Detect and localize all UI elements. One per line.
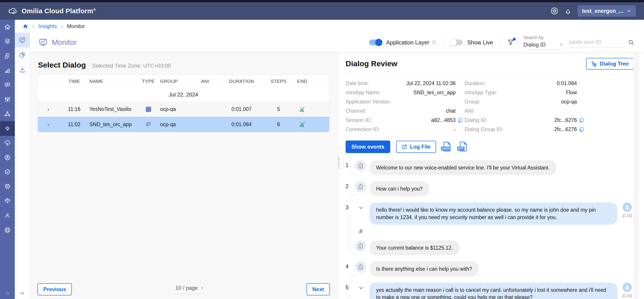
collapse-step-chevron[interactable] bbox=[355, 202, 367, 224]
sidebar-item-quality[interactable] bbox=[0, 165, 15, 179]
next-page-button[interactable]: Next bbox=[306, 283, 330, 296]
header-controls: Application Layer Show Live Search by Di… bbox=[369, 35, 634, 50]
notifications-bell-icon[interactable] bbox=[564, 8, 572, 15]
pagination: Previous 10 / page ▾ Next bbox=[38, 283, 330, 296]
detail-value: SND_tes_orc_app bbox=[402, 90, 456, 96]
cell-time: 11:02 bbox=[59, 122, 89, 128]
bot-robot-icon[interactable] bbox=[355, 160, 366, 172]
user-avatar-icon bbox=[622, 282, 632, 292]
step-number: 1 bbox=[346, 160, 352, 175]
copy-icon[interactable] bbox=[577, 126, 586, 132]
sidebar-collapse-toggle[interactable]: » bbox=[0, 286, 15, 299]
copy-icon[interactable] bbox=[577, 118, 586, 123]
transcript-step: 4 Is there anything else i can help you … bbox=[346, 262, 619, 276]
sidebar-item-support[interactable] bbox=[0, 223, 15, 237]
filter-button[interactable] bbox=[507, 38, 514, 46]
detail-label: Duration: bbox=[464, 80, 522, 86]
settings-gear-icon[interactable] bbox=[550, 7, 558, 15]
col-end: END bbox=[292, 78, 313, 84]
user-message-meta: 11:02 bbox=[618, 282, 632, 298]
json-label: JSON bbox=[441, 146, 451, 150]
tenant-menu-button[interactable]: test_energon_... bbox=[578, 6, 636, 16]
log-file-button[interactable]: Log File bbox=[396, 141, 436, 153]
sidebar-item-measure[interactable] bbox=[0, 63, 15, 78]
step-number: 2 bbox=[346, 182, 352, 196]
bot-message-bubble: How can i help you? bbox=[370, 182, 429, 196]
expand-row-chevron[interactable]: › bbox=[38, 121, 59, 128]
sidebar-item-user[interactable] bbox=[0, 208, 15, 223]
sidebar-item-compliance[interactable] bbox=[0, 194, 15, 208]
sidebar-item-insights[interactable] bbox=[0, 121, 15, 136]
sidebar-item-integrations[interactable] bbox=[0, 179, 15, 194]
select-dialog-title: Select Dialog bbox=[38, 60, 86, 69]
dialog-tree-button[interactable]: Dialog Tree bbox=[586, 58, 634, 70]
cell-duration: 0:01.084 bbox=[217, 122, 266, 128]
detail-value: - bbox=[402, 126, 456, 132]
sidebar-item-conversations[interactable] bbox=[0, 78, 15, 92]
caret-down-icon: ▾ bbox=[202, 286, 203, 290]
panel-splitter[interactable] bbox=[338, 52, 340, 299]
export-json-button[interactable]: JSON bbox=[442, 141, 452, 152]
breadcrumb-link-insights[interactable]: Insights bbox=[38, 23, 57, 30]
previous-page-button[interactable]: Previous bbox=[38, 283, 72, 296]
double-chevron-icon: » bbox=[6, 289, 10, 296]
bot-robot-icon[interactable] bbox=[355, 182, 366, 192]
detail-label: Session ID: bbox=[346, 117, 402, 123]
table-row[interactable]: › 11:16 YesNoTest_Vasilis ocp-qa 0:01.00… bbox=[38, 102, 329, 117]
rail-collapse-toggle[interactable]: » bbox=[15, 286, 30, 299]
bot-robot-icon[interactable] bbox=[355, 240, 366, 252]
show-live-toggle[interactable] bbox=[450, 40, 463, 45]
show-events-button[interactable]: Show events bbox=[346, 140, 390, 153]
sidebar-item-cloud[interactable] bbox=[0, 136, 15, 150]
sidebar-item-network[interactable] bbox=[0, 107, 15, 122]
detail-value: 2fc...6276 bbox=[522, 126, 577, 132]
brand: Omilia Cloud Platform® bbox=[8, 7, 96, 15]
gear-user-icon bbox=[4, 154, 11, 161]
dialog-review-title: Dialog Review bbox=[346, 59, 398, 68]
collapse-step-chevron[interactable] bbox=[355, 282, 367, 299]
copy-icon[interactable] bbox=[456, 118, 464, 123]
dialog-table-header: TIME NAME TYPE GROUP ANI DURATION STEPS … bbox=[38, 75, 329, 88]
search-icon[interactable] bbox=[628, 39, 634, 46]
bot-robot-icon[interactable] bbox=[355, 262, 366, 273]
block-icon bbox=[4, 52, 11, 59]
rail-item-reports[interactable] bbox=[15, 48, 30, 62]
timezone-note: Selected Time Zone: UTC+03:00 bbox=[92, 63, 171, 69]
network-nodes-icon bbox=[4, 110, 11, 117]
user-message-meta: 11:02 bbox=[618, 202, 632, 218]
life-ring-icon bbox=[4, 227, 11, 234]
application-layer-toggle[interactable] bbox=[369, 40, 382, 45]
rail-item-monitor[interactable] bbox=[15, 33, 30, 48]
transcript-step: 1 Welcome to our new voice-enabled servi… bbox=[346, 160, 619, 175]
divider bbox=[346, 74, 630, 74]
sidebar-item-account[interactable] bbox=[0, 150, 15, 165]
per-page-select[interactable]: 10 / page ▾ bbox=[174, 285, 205, 294]
secondary-rail: » bbox=[15, 33, 30, 299]
splitter-drag-handle[interactable] bbox=[338, 157, 339, 169]
id-search-input[interactable] bbox=[569, 38, 624, 48]
ruler-icon bbox=[4, 67, 11, 74]
detail-label: ANI: bbox=[464, 108, 522, 114]
export-rtf-button[interactable]: RTF bbox=[458, 141, 468, 152]
page-header: Monitor Application Layer Show Live Sear… bbox=[30, 33, 644, 52]
application-layer-label: Application Layer bbox=[386, 39, 429, 46]
cell-group: ocp-qa bbox=[160, 122, 193, 128]
chip-icon bbox=[4, 183, 11, 190]
top-app-bar: Omilia Cloud Platform® test_energon_... bbox=[0, 2, 644, 20]
scrollbar-track[interactable] bbox=[633, 52, 639, 299]
hangup-scissors-icon bbox=[292, 121, 313, 128]
expand-row-chevron[interactable]: › bbox=[38, 106, 59, 112]
info-icon[interactable] bbox=[432, 40, 436, 45]
window-top-strip bbox=[0, 0, 644, 2]
sidebar-item-controls[interactable] bbox=[0, 92, 15, 107]
hash-marker[interactable]: # bbox=[355, 225, 367, 238]
sidebar-item-layers[interactable] bbox=[0, 34, 15, 49]
table-row-selected[interactable]: › 11:02 SND_tes_orc_app ocp-qa 0:01.084 … bbox=[38, 117, 329, 132]
cell-name: YesNoTest_Vasilis bbox=[89, 106, 136, 112]
sidebar-item-home[interactable] bbox=[0, 20, 15, 34]
rail-item-export[interactable] bbox=[15, 62, 30, 77]
breadcrumb-home-icon[interactable] bbox=[22, 23, 28, 29]
detail-value: 0:01.084 bbox=[522, 80, 577, 86]
search-by-select[interactable]: Dialog ID ▾ bbox=[524, 42, 562, 50]
sidebar-item-miniapps[interactable] bbox=[0, 49, 15, 63]
